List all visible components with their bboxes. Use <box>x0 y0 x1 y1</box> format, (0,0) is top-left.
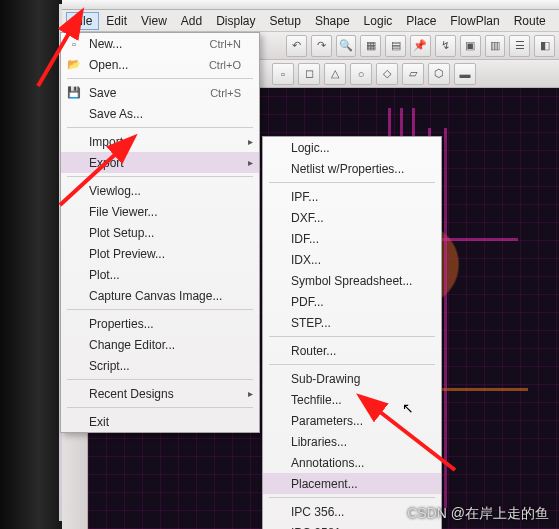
menu-shape[interactable]: Shape <box>308 12 357 30</box>
file-plot-setup[interactable]: Plot Setup... <box>61 222 259 243</box>
file-capture[interactable]: Capture Canvas Image... <box>61 285 259 306</box>
menu-flowplan[interactable]: FlowPlan <box>443 12 506 30</box>
export-logic[interactable]: Logic... <box>263 137 441 158</box>
tool-misc4-icon[interactable]: ◧ <box>534 35 555 57</box>
export-submenu: Logic... Netlist w/Properties... IPF... … <box>262 136 442 529</box>
export-pdf[interactable]: PDF... <box>263 291 441 312</box>
open-icon: 📂 <box>67 58 81 72</box>
tool2-f-icon[interactable]: ▱ <box>402 63 424 85</box>
file-exit[interactable]: Exit <box>61 411 259 432</box>
export-annotations[interactable]: Annotations... <box>263 452 441 473</box>
tool-grid-icon[interactable]: ▦ <box>360 35 381 57</box>
file-properties[interactable]: Properties... <box>61 313 259 334</box>
file-plot-preview[interactable]: Plot Preview... <box>61 243 259 264</box>
menu-display[interactable]: Display <box>209 12 262 30</box>
file-open[interactable]: 📂Open...Ctrl+O <box>61 54 259 75</box>
menu-bar: File Edit View Add Display Setup Shape L… <box>62 10 559 32</box>
export-parameters[interactable]: Parameters... <box>263 410 441 431</box>
file-import[interactable]: Import <box>61 131 259 152</box>
watermark: CSDN @在岸上走的鱼 <box>407 505 549 523</box>
tool-pin-icon[interactable]: 📌 <box>410 35 431 57</box>
tool-layer-icon[interactable]: ▤ <box>385 35 406 57</box>
tool2-d-icon[interactable]: ○ <box>350 63 372 85</box>
export-placement[interactable]: Placement... <box>263 473 441 494</box>
export-netlist[interactable]: Netlist w/Properties... <box>263 158 441 179</box>
menu-file[interactable]: File <box>66 12 99 30</box>
menu-place[interactable]: Place <box>399 12 443 30</box>
export-ipf[interactable]: IPF... <box>263 186 441 207</box>
new-icon: ▫ <box>67 37 81 51</box>
export-symbol[interactable]: Symbol Spreadsheet... <box>263 270 441 291</box>
tool-zoom-icon[interactable]: 🔍 <box>336 35 357 57</box>
file-plot[interactable]: Plot... <box>61 264 259 285</box>
tool2-h-icon[interactable]: ▬ <box>454 63 476 85</box>
menu-add[interactable]: Add <box>174 12 209 30</box>
save-icon: 💾 <box>67 86 81 100</box>
tool-misc2-icon[interactable]: ▥ <box>485 35 506 57</box>
menu-view[interactable]: View <box>134 12 174 30</box>
export-subdrawing[interactable]: Sub-Drawing <box>263 368 441 389</box>
title-bar <box>62 0 559 10</box>
menu-setup[interactable]: Setup <box>263 12 308 30</box>
export-dxf[interactable]: DXF... <box>263 207 441 228</box>
tool-redo-icon[interactable]: ↷ <box>311 35 332 57</box>
export-step[interactable]: STEP... <box>263 312 441 333</box>
file-recent[interactable]: Recent Designs <box>61 383 259 404</box>
file-change-editor[interactable]: Change Editor... <box>61 334 259 355</box>
menu-route[interactable]: Route <box>507 12 553 30</box>
file-script[interactable]: Script... <box>61 355 259 376</box>
menu-logic[interactable]: Logic <box>357 12 400 30</box>
export-libraries[interactable]: Libraries... <box>263 431 441 452</box>
tool-misc1-icon[interactable]: ▣ <box>460 35 481 57</box>
file-export[interactable]: Export <box>61 152 259 173</box>
tool2-g-icon[interactable]: ⬡ <box>428 63 450 85</box>
tool2-a-icon[interactable]: ▫ <box>272 63 294 85</box>
export-router[interactable]: Router... <box>263 340 441 361</box>
export-idx[interactable]: IDX... <box>263 249 441 270</box>
tool-misc3-icon[interactable]: ☰ <box>509 35 530 57</box>
file-file-viewer[interactable]: File Viewer... <box>61 201 259 222</box>
menu-analyze[interactable]: Analyze <box>553 12 559 30</box>
export-ipc2581[interactable]: IPC 2581... <box>263 522 441 529</box>
file-new[interactable]: ▫New...Ctrl+N <box>61 33 259 54</box>
tool-undo-icon[interactable]: ↶ <box>286 35 307 57</box>
file-save[interactable]: 💾SaveCtrl+S <box>61 82 259 103</box>
tool-route-icon[interactable]: ↯ <box>435 35 456 57</box>
menu-edit[interactable]: Edit <box>99 12 134 30</box>
tool2-c-icon[interactable]: △ <box>324 63 346 85</box>
file-viewlog[interactable]: Viewlog... <box>61 180 259 201</box>
file-save-as[interactable]: Save As... <box>61 103 259 124</box>
tool2-b-icon[interactable]: ◻ <box>298 63 320 85</box>
tool2-e-icon[interactable]: ◇ <box>376 63 398 85</box>
file-menu: ▫New...Ctrl+N 📂Open...Ctrl+O 💾SaveCtrl+S… <box>60 32 260 433</box>
export-idf[interactable]: IDF... <box>263 228 441 249</box>
export-techfile[interactable]: Techfile... <box>263 389 441 410</box>
